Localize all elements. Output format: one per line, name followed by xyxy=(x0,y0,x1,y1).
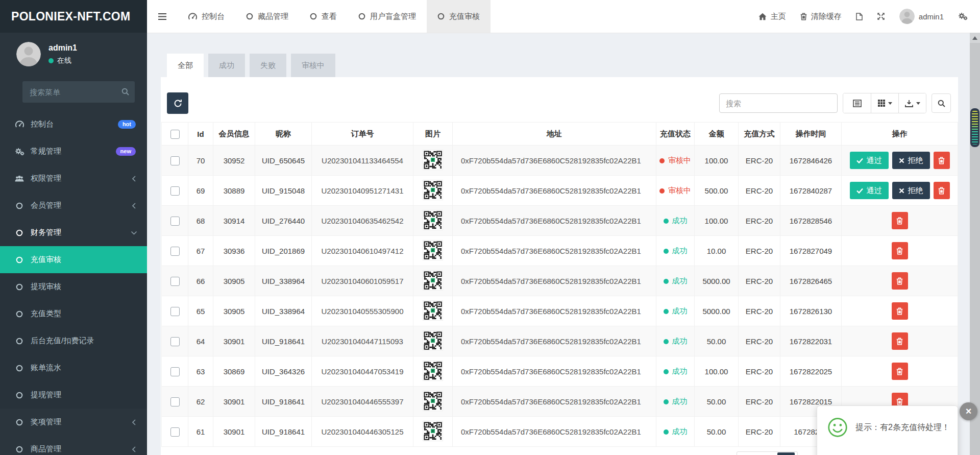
filter-tab-failed[interactable]: 失败 xyxy=(250,54,286,77)
approve-button[interactable]: 通过 xyxy=(850,182,889,199)
column-header: 昵称 xyxy=(255,123,312,146)
smiley-icon xyxy=(827,417,848,438)
delete-button[interactable] xyxy=(892,272,908,290)
qr-code-image[interactable] xyxy=(423,361,443,381)
sidebar-search-input[interactable] xyxy=(22,81,135,103)
checkbox-icon[interactable] xyxy=(170,427,180,437)
delete-button[interactable] xyxy=(892,212,908,229)
delete-button[interactable] xyxy=(892,363,908,380)
qr-code-image[interactable] xyxy=(423,150,443,170)
qr-code-image[interactable] xyxy=(423,330,443,351)
topnav-settings[interactable] xyxy=(951,0,975,33)
topnav-tab-blindbox[interactable]: 用户盲盒管理 xyxy=(348,0,427,33)
table-row: 6530905UID_338964U2023010405553059000xF7… xyxy=(162,296,958,326)
select-all-checkbox[interactable] xyxy=(162,123,188,146)
checkbox-icon[interactable] xyxy=(170,277,180,286)
topnav-tab-view[interactable]: 查看 xyxy=(299,0,348,33)
delete-button[interactable] xyxy=(892,242,908,259)
sidebar-item-goods-manage[interactable]: 商品管理 xyxy=(0,436,147,455)
sidebar-item-general-manage[interactable]: 常规管理new xyxy=(0,138,147,165)
row-id: 68 xyxy=(188,206,213,236)
checkbox-icon[interactable] xyxy=(170,130,180,139)
filter-tab-success[interactable]: 成功 xyxy=(208,54,245,77)
table-row: 6330869UID_364326U2023010404470534190xF7… xyxy=(162,356,958,387)
qr-code-image[interactable] xyxy=(423,391,443,411)
approve-button[interactable]: 通过 xyxy=(850,152,889,169)
sidebar-item-award-manage[interactable]: 奖项管理 xyxy=(0,409,147,436)
online-dot-icon xyxy=(48,58,54,63)
search-submit-button[interactable] xyxy=(932,93,951,113)
delete-button[interactable] xyxy=(934,182,950,199)
sidebar-item-withdraw-manage[interactable]: 提现管理 xyxy=(0,381,147,409)
sidebar-item-backend-recharge-log[interactable]: 后台充值/扣费记录 xyxy=(0,327,147,354)
topnav-fullscreen[interactable] xyxy=(870,0,892,33)
sidebar-item-label: 财务管理 xyxy=(31,228,61,237)
row-status: 成功 xyxy=(656,236,695,266)
row-id: 65 xyxy=(188,296,213,326)
checkbox-icon[interactable] xyxy=(170,307,180,316)
row-checkbox-cell xyxy=(162,146,188,176)
checkbox-icon[interactable] xyxy=(170,337,180,346)
topnav-tab-dashboard[interactable]: 控制台 xyxy=(178,0,235,33)
row-qr-cell xyxy=(413,176,453,206)
export-button[interactable] xyxy=(898,93,926,113)
qr-code-image[interactable] xyxy=(423,270,443,291)
sidebar-item-dashboard[interactable]: 控制台hot xyxy=(0,111,147,138)
topnav-logs[interactable] xyxy=(849,0,870,33)
checkbox-icon[interactable] xyxy=(170,156,180,165)
sidebar-item-finance-manage[interactable]: 财务管理 xyxy=(0,219,147,246)
qr-code-image[interactable] xyxy=(423,210,443,230)
row-nickname: UID_918641 xyxy=(255,326,312,356)
qr-code-image[interactable] xyxy=(423,240,443,260)
brand-logo[interactable]: POLONIEX-NFT.COM xyxy=(0,0,147,33)
row-member: 30952 xyxy=(213,146,255,176)
sidebar-item-withdraw-audit[interactable]: 提现审核 xyxy=(0,273,147,300)
refresh-button[interactable] xyxy=(167,92,188,114)
columns-button[interactable] xyxy=(871,93,898,113)
row-qr-cell xyxy=(413,326,453,356)
topnav-clear-cache[interactable]: 清除缓存 xyxy=(793,0,849,33)
row-qr-cell xyxy=(413,417,453,447)
qr-code-image[interactable] xyxy=(423,300,443,321)
filter-tab-all[interactable]: 全部 xyxy=(167,54,204,77)
qr-code-image[interactable] xyxy=(423,421,443,441)
sidebar-item-recharge-audit[interactable]: 充值审核 xyxy=(0,246,147,273)
row-checkbox-cell xyxy=(162,356,188,387)
scrollbar-thumb[interactable] xyxy=(970,108,979,147)
qr-code-image[interactable] xyxy=(423,180,443,200)
topnav-user[interactable]: admin1 xyxy=(892,0,951,33)
row-method: ERC-20 xyxy=(739,206,780,236)
row-op-time: 1672827049 xyxy=(780,236,842,266)
trash-icon xyxy=(800,13,807,20)
hamburger-icon[interactable] xyxy=(147,0,178,33)
checkbox-icon[interactable] xyxy=(170,367,180,376)
action-buttons xyxy=(842,363,958,380)
status-dot-icon xyxy=(664,339,669,344)
topnav-tab-recharge-audit[interactable]: 充值审核 xyxy=(427,0,491,33)
delete-button[interactable] xyxy=(934,152,950,169)
reject-button[interactable]: 拒绝 xyxy=(892,152,930,169)
delete-button[interactable] xyxy=(892,302,908,320)
pagination-active-page[interactable] xyxy=(777,452,795,455)
detail-view-button[interactable] xyxy=(843,93,871,113)
page-scrollbar[interactable] xyxy=(970,33,980,455)
sidebar-item-permission-manage[interactable]: 权限管理 xyxy=(0,165,147,192)
delete-button[interactable] xyxy=(892,332,908,350)
filter-tab-pending[interactable]: 审核中 xyxy=(291,54,335,77)
checkbox-icon[interactable] xyxy=(170,397,180,406)
sidebar-item-recharge-type[interactable]: 充值类型 xyxy=(0,300,147,327)
row-qr-cell xyxy=(413,356,453,387)
reject-button[interactable]: 拒绝 xyxy=(892,182,930,199)
topnav-home[interactable]: 主页 xyxy=(751,0,793,33)
sidebar-item-member-manage[interactable]: 会员管理 xyxy=(0,192,147,219)
checkbox-icon[interactable] xyxy=(170,186,180,196)
table-search-input[interactable] xyxy=(719,93,838,113)
search-icon[interactable] xyxy=(121,88,129,98)
scrollbar-up-icon[interactable] xyxy=(970,33,980,43)
toast-close-icon[interactable]: × xyxy=(960,402,977,420)
topnav-tab-collection[interactable]: 藏品管理 xyxy=(235,0,299,33)
sidebar-item-bill-flow[interactable]: 账单流水 xyxy=(0,354,147,381)
row-amount: 50.00 xyxy=(695,387,739,417)
checkbox-icon[interactable] xyxy=(170,247,180,256)
checkbox-icon[interactable] xyxy=(170,217,180,226)
